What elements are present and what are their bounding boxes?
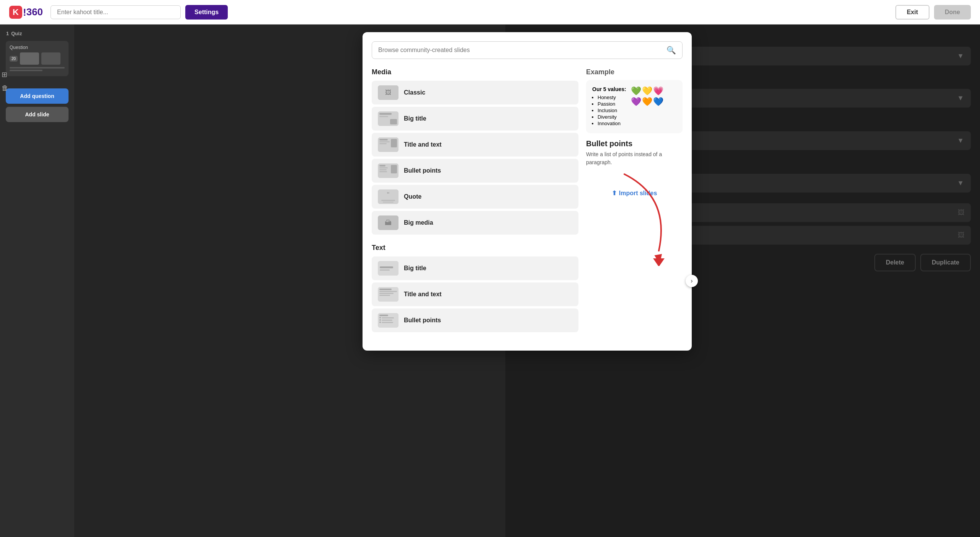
heart-3: 💗 [653, 86, 663, 96]
bullet-points-thumb [378, 163, 399, 178]
sidebar-quiz-label: Quiz [11, 31, 22, 36]
classic-label: Classic [404, 89, 425, 96]
media-section-title: Media [372, 68, 578, 76]
heart-1: 💚 [631, 86, 641, 96]
sidebar: 1 Quiz Question 20 Add question Add slid… [0, 24, 74, 537]
classic-thumb: 🖼 [378, 85, 399, 100]
question-badge: 20 [10, 56, 18, 62]
slide-type-quote[interactable]: " Quote [372, 185, 578, 209]
heart-5: 🧡 [642, 97, 652, 107]
bullet-points-label: Bullet points [404, 167, 441, 174]
text-type-bullet-points[interactable]: Bullet points [372, 308, 578, 332]
text-title-text-label: Title and text [404, 291, 441, 298]
bullet-item-1: Honesty [598, 95, 626, 100]
big-media-label: Big media [404, 219, 433, 226]
modal-nav-arrow[interactable]: › [686, 275, 698, 287]
sidebar-quiz-number: 1 [6, 31, 9, 36]
sidebar-layout-icon[interactable]: ⊞ [2, 70, 8, 79]
heart-2: 💛 [642, 86, 652, 96]
sidebar-lines [10, 67, 65, 71]
quote-thumb: " [378, 189, 399, 204]
text-big-title-label: Big title [404, 265, 426, 272]
question-thumb [20, 52, 39, 65]
big-title-thumb [378, 111, 399, 126]
example-desc-title: Bullet points [586, 139, 683, 148]
logo-icon: K [9, 6, 22, 19]
question-thumb2 [41, 52, 60, 65]
text-grid: Big title Title and text [372, 256, 578, 332]
bullet-item-3: Inclusion [598, 108, 626, 113]
add-slide-modal: 🔍 Media 🖼 Classic [363, 32, 692, 351]
search-icon[interactable]: 🔍 [666, 46, 676, 55]
quote-label: Quote [404, 193, 421, 200]
slide-type-big-title[interactable]: Big title [372, 107, 578, 131]
hearts-decoration: 💚 💛 💗 💜 🧡 💙 [631, 86, 665, 107]
text-title-text-thumb [378, 287, 399, 302]
search-bar: 🔍 [372, 41, 683, 59]
modal-two-col: Media 🖼 Classic [372, 68, 683, 341]
slide-type-title-and-text[interactable]: Title and text [372, 133, 578, 157]
sidebar-icons: ⊞ 🗑 [2, 70, 8, 92]
question-label: Question [10, 45, 65, 50]
done-button[interactable]: Done [934, 5, 971, 20]
add-question-button[interactable]: Add question [6, 88, 69, 104]
text-bullet-thumb [378, 313, 399, 328]
red-arrow-svg [609, 166, 686, 266]
slide-type-classic[interactable]: 🖼 Classic [372, 81, 578, 104]
sidebar-line-1 [10, 67, 65, 69]
text-type-big-title[interactable]: Big title [372, 256, 578, 280]
settings-button[interactable]: Settings [185, 5, 228, 20]
bullet-item-5: Innovation [598, 121, 626, 126]
top-nav: K ! 360 Settings Exit Done [0, 0, 980, 24]
bullet-item-4: Diversity [598, 114, 626, 120]
media-grid: 🖼 Classic [372, 81, 578, 235]
sidebar-line-2 [10, 70, 42, 71]
kahoot-title-input[interactable] [51, 5, 181, 19]
arrow-container [586, 166, 683, 281]
logo-text: ! [23, 7, 26, 17]
quiz-question-card[interactable]: Question 20 [6, 41, 69, 76]
modal-left: Media 🖼 Classic [372, 68, 578, 341]
logo-brand: 360 [26, 6, 43, 18]
nav-actions: Exit Done [895, 5, 971, 20]
example-title: Example [586, 68, 683, 76]
heart-6: 💙 [653, 97, 663, 107]
add-slide-button[interactable]: Add slide [6, 107, 69, 122]
big-media-thumb: 🏔 [378, 215, 399, 230]
text-section-title: Text [372, 244, 578, 252]
sidebar-trash-icon[interactable]: 🗑 [2, 84, 8, 92]
text-big-title-thumb [378, 261, 399, 276]
logo: K ! 360 [9, 6, 43, 19]
example-bullet-list: Honesty Passion Inclusion Diversity Inno… [598, 95, 626, 126]
text-type-title-and-text[interactable]: Title and text [372, 282, 578, 306]
example-desc-text: Write a list of points instead of a para… [586, 150, 683, 166]
big-title-label: Big title [404, 115, 426, 122]
modal-overlay: 🔍 Media 🖼 Classic [74, 24, 980, 537]
text-bullet-label: Bullet points [404, 317, 441, 324]
modal-right: Example Our 5 values: Honesty Passion In… [586, 68, 683, 341]
example-card-title: Our 5 values: [592, 86, 626, 92]
title-text-label: Title and text [404, 141, 441, 148]
example-text: Our 5 values: Honesty Passion Inclusion … [592, 86, 626, 127]
slide-type-big-media[interactable]: 🏔 Big media [372, 211, 578, 235]
bullet-item-2: Passion [598, 101, 626, 107]
title-text-thumb [378, 137, 399, 152]
slide-type-bullet-points[interactable]: Bullet points [372, 159, 578, 183]
search-input[interactable] [378, 47, 666, 54]
example-card: Our 5 values: Honesty Passion Inclusion … [586, 80, 683, 133]
exit-button[interactable]: Exit [895, 5, 929, 20]
heart-4: 💜 [631, 97, 641, 107]
